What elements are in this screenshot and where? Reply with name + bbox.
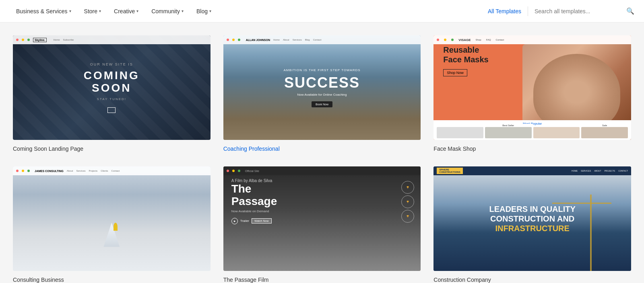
search-input[interactable] bbox=[535, 8, 623, 14]
construction-nav: SPHERECONSTRUCTIONS HOME SERVICES ABOUT … bbox=[433, 166, 631, 175]
card-title-passage: The Passage Film bbox=[223, 271, 421, 283]
award-badge-2: 🏆 bbox=[401, 195, 414, 208]
watch-now-button[interactable]: Watch Now bbox=[252, 218, 272, 224]
nav-blog-label: Blog bbox=[196, 8, 208, 14]
nav-left: Business & Services ▾ Store ▾ Creative ▾… bbox=[10, 0, 218, 23]
facemask-nav: VISAGE Shop FAQ Contact bbox=[433, 35, 631, 44]
chevron-down-icon: ▾ bbox=[182, 9, 184, 13]
card-title-facemask: Face Mask Shop bbox=[433, 140, 631, 154]
award-badge-1: 🏆 bbox=[401, 181, 414, 194]
card-title-coming-soon: Coming Soon Landing Page bbox=[13, 140, 211, 154]
template-card-construction[interactable]: SPHERECONSTRUCTIONS HOME SERVICES ABOUT … bbox=[433, 166, 631, 283]
chevron-down-icon: ▾ bbox=[136, 9, 138, 13]
template-card-passage[interactable]: Official Site A Film by Alba de Silva Th… bbox=[223, 166, 421, 283]
nav-community-label: Community bbox=[151, 8, 180, 14]
cs-box bbox=[107, 107, 116, 113]
cs-tagline: OUR NEW SITE IS bbox=[90, 62, 133, 66]
nav-right: All Templates 🔍 bbox=[488, 6, 634, 16]
dot-red bbox=[227, 170, 229, 172]
nav-business-services[interactable]: Business & Services ▾ bbox=[10, 0, 78, 23]
card-title-coaching: Coaching Professional bbox=[223, 140, 421, 154]
cs-title: COMINGSOON bbox=[84, 70, 140, 94]
most-popular-section: Most Popular Best Seller Sale bbox=[433, 120, 631, 140]
dot-yellow bbox=[232, 39, 235, 41]
chevron-down-icon: ▾ bbox=[209, 9, 211, 13]
nav-creative-label: Creative bbox=[114, 8, 135, 14]
shop-now-button[interactable]: Shop Now bbox=[443, 69, 467, 76]
chevron-down-icon: ▾ bbox=[69, 9, 71, 13]
dot-red bbox=[437, 39, 439, 41]
template-card-coming-soon[interactable]: Skyline. Home Subscribe OUR NEW SITE IS … bbox=[13, 35, 211, 154]
dot-green bbox=[27, 170, 30, 172]
search-icon[interactable]: 🔍 bbox=[626, 7, 634, 15]
dot-green bbox=[451, 39, 454, 41]
nav-store[interactable]: Store ▾ bbox=[78, 0, 107, 23]
thumbnail-passage: Official Site A Film by Alba de Silva Th… bbox=[223, 166, 421, 271]
search-bar: 🔍 bbox=[535, 7, 634, 15]
template-card-coaching[interactable]: ALLAN JOHNSON Home About Services Blog C… bbox=[223, 35, 421, 154]
thumbnail-facemask: VISAGE Shop FAQ Contact ReusableFace Mas… bbox=[433, 35, 631, 140]
thumbnail-coaching: ALLAN JOHNSON Home About Services Blog C… bbox=[223, 35, 421, 140]
thumbnail-consulting: JAMES CONSULTING About Services Projects… bbox=[13, 166, 211, 271]
card-title-consulting: Consulting Business bbox=[13, 271, 211, 283]
cs-subtitle: STAY TUNED! bbox=[97, 97, 126, 101]
coaching-cta-button[interactable]: Book Now bbox=[312, 101, 332, 107]
dot-green bbox=[238, 39, 240, 41]
thumbnail-coming-soon: Skyline. Home Subscribe OUR NEW SITE IS … bbox=[13, 35, 211, 140]
nav-divider bbox=[528, 6, 528, 16]
template-card-consulting[interactable]: JAMES CONSULTING About Services Projects… bbox=[13, 166, 211, 283]
dot-yellow bbox=[22, 39, 24, 41]
award-badge-3: 🏆 bbox=[401, 210, 414, 223]
main-nav: Business & Services ▾ Store ▾ Creative ▾… bbox=[0, 0, 644, 23]
dot-red bbox=[227, 39, 229, 41]
template-card-facemask[interactable]: VISAGE Shop FAQ Contact ReusableFace Mas… bbox=[433, 35, 631, 154]
template-grid: Skyline. Home Subscribe OUR NEW SITE IS … bbox=[0, 23, 644, 283]
card-title-construction: Construction Company bbox=[433, 271, 631, 283]
awards-section: 🏆 🏆 🏆 bbox=[401, 181, 414, 223]
nav-community[interactable]: Community ▾ bbox=[145, 0, 190, 23]
construction-logo: SPHERECONSTRUCTIONS bbox=[437, 168, 462, 174]
dot-yellow bbox=[232, 170, 235, 172]
nav-store-label: Store bbox=[84, 8, 97, 14]
dot-red bbox=[16, 170, 19, 172]
all-templates-link[interactable]: All Templates bbox=[488, 8, 521, 14]
chevron-down-icon: ▾ bbox=[99, 9, 101, 13]
dot-green bbox=[27, 39, 30, 41]
dot-yellow bbox=[22, 170, 24, 172]
nav-creative[interactable]: Creative ▾ bbox=[107, 0, 145, 23]
dot-yellow bbox=[444, 39, 446, 41]
nav-business-services-label: Business & Services bbox=[16, 8, 68, 14]
thumbnail-construction: SPHERECONSTRUCTIONS HOME SERVICES ABOUT … bbox=[433, 166, 631, 271]
dot-green bbox=[238, 170, 240, 172]
play-icon[interactable]: ▶ bbox=[231, 218, 238, 224]
dot-red bbox=[16, 39, 19, 41]
template-logo: Skyline. bbox=[33, 38, 47, 42]
nav-blog[interactable]: Blog ▾ bbox=[190, 0, 218, 23]
